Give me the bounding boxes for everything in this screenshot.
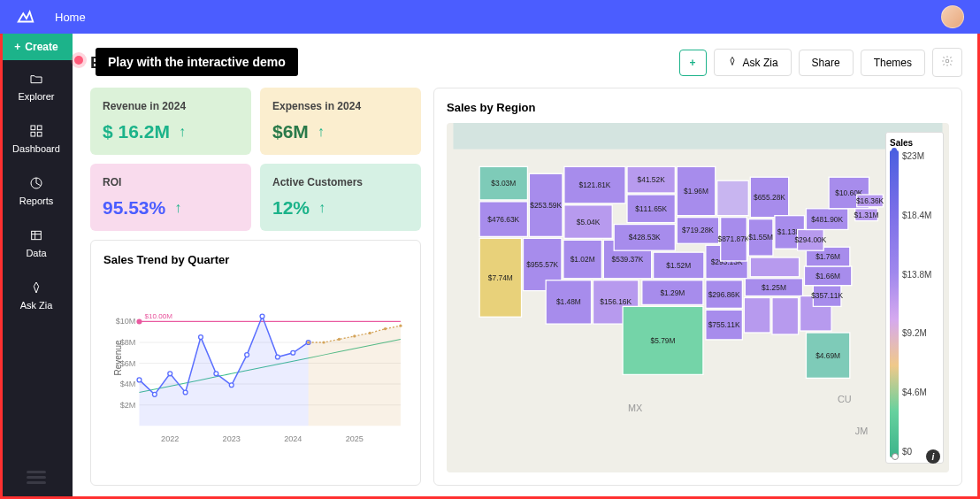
region-map[interactable]: $3.03M$476.63K$7.74M$253.59K$955.57K$121… [447, 123, 949, 472]
kpi-roi[interactable]: ROI 95.53%↑ [90, 164, 251, 231]
svg-point-41 [384, 327, 387, 330]
arrow-up-icon: ↑ [318, 200, 325, 216]
demo-dot [74, 56, 83, 65]
svg-text:$156.16K: $156.16K [600, 297, 632, 306]
gear-icon [941, 55, 953, 70]
app-logo [16, 7, 35, 27]
svg-rect-2 [31, 132, 35, 136]
svg-point-27 [183, 390, 188, 395]
svg-text:$539.37K: $539.37K [612, 255, 644, 264]
svg-text:$253.59K: $253.59K [530, 201, 562, 210]
svg-text:$357.11K: $357.11K [811, 291, 843, 300]
svg-text:$955.57K: $955.57K [526, 260, 558, 269]
demo-tooltip: Play with the interactive demo [96, 48, 298, 76]
svg-text:2023: 2023 [223, 434, 241, 443]
sidebar-item-data[interactable]: Data [0, 217, 73, 269]
svg-text:$719.28K: $719.28K [682, 226, 714, 234]
svg-text:$1.31M: $1.31M [854, 211, 879, 219]
svg-point-34 [291, 350, 295, 355]
svg-text:$296.86K: $296.86K [708, 290, 740, 299]
svg-point-33 [275, 355, 279, 359]
legend-gradient [890, 150, 899, 457]
table-icon [28, 227, 44, 243]
trend-chart[interactable]: $2M$4M$6M$8M$10M2022202320242025$10.00M [103, 275, 408, 472]
svg-text:$755.11K: $755.11K [708, 320, 740, 329]
arrow-up-icon: ↑ [174, 200, 181, 216]
grid-icon [28, 123, 44, 139]
user-avatar[interactable] [941, 5, 964, 28]
svg-text:$10.00M: $10.00M [145, 312, 173, 320]
arrow-up-icon: ↑ [318, 124, 325, 140]
svg-point-39 [353, 334, 356, 337]
svg-point-36 [307, 341, 310, 343]
sidebar-item-dashboard[interactable]: Dashboard [0, 112, 73, 165]
svg-text:$3.03M: $3.03M [491, 179, 516, 188]
svg-text:$16.36K: $16.36K [856, 196, 884, 205]
map-legend: Sales $23M$18.4M$13.8M$9.2M$4.6M$0 [885, 132, 944, 464]
svg-point-40 [369, 332, 371, 334]
content: Executive Dashboard + Ask Zia Share Them… [73, 34, 980, 499]
share-button[interactable]: Share [799, 50, 854, 76]
folder-icon [28, 71, 44, 87]
svg-text:$5.79M: $5.79M [651, 336, 676, 345]
sidebar-item-reports[interactable]: Reports [0, 165, 73, 217]
sidebar-item-askzia[interactable]: Ask Zia [0, 269, 73, 321]
svg-rect-5 [32, 231, 42, 239]
svg-text:$2M: $2M [120, 401, 136, 410]
svg-text:2025: 2025 [346, 434, 364, 443]
svg-text:$481.90K: $481.90K [811, 215, 843, 224]
pie-icon [28, 175, 44, 191]
sidebar-collapse[interactable] [0, 468, 73, 499]
svg-point-22 [136, 319, 142, 324]
svg-text:$294.00K: $294.00K [794, 235, 826, 244]
svg-text:$1.02M: $1.02M [570, 255, 595, 264]
plus-icon: + [14, 41, 20, 53]
svg-rect-98 [750, 257, 799, 277]
svg-point-25 [152, 392, 157, 396]
svg-point-37 [322, 341, 325, 343]
svg-point-31 [245, 353, 249, 357]
svg-rect-3 [37, 132, 42, 136]
info-icon[interactable]: i [926, 449, 940, 464]
svg-rect-1 [37, 126, 42, 130]
svg-text:$121.81K: $121.81K [579, 180, 611, 189]
kpi-expenses[interactable]: Expenses in 2024 $6M↑ [260, 88, 421, 155]
svg-text:$1.29M: $1.29M [660, 288, 685, 297]
topbar: Home [0, 0, 980, 34]
sidebar: + Create Explorer Dashboard Reports Data… [0, 34, 73, 499]
sidebar-item-explorer[interactable]: Explorer [0, 60, 73, 112]
kpi-active[interactable]: Active Customers 12%↑ [260, 164, 421, 231]
svg-rect-89 [717, 180, 749, 216]
svg-text:$871.87K: $871.87K [718, 234, 750, 243]
svg-text:$1.66M: $1.66M [815, 272, 840, 280]
themes-button[interactable]: Themes [861, 50, 925, 76]
create-button[interactable]: + Create [0, 34, 73, 60]
settings-button[interactable] [932, 48, 962, 77]
ask-zia-button[interactable]: Ask Zia [714, 49, 792, 76]
svg-point-6 [946, 59, 949, 63]
svg-text:$476.63K: $476.63K [487, 215, 519, 224]
arrow-up-icon: ↑ [179, 124, 186, 140]
svg-rect-44 [454, 123, 943, 150]
add-button[interactable]: + [679, 50, 707, 76]
svg-text:$111.65K: $111.65K [635, 204, 667, 213]
svg-text:$1.48M: $1.48M [556, 297, 581, 306]
svg-point-28 [199, 335, 203, 340]
svg-text:$1.55M: $1.55M [748, 233, 773, 242]
svg-text:$7.74M: $7.74M [488, 273, 513, 282]
breadcrumb-home[interactable]: Home [55, 11, 86, 24]
svg-text:$10M: $10M [116, 317, 136, 326]
sales-region-panel: Sales by Region $3.03M$476.63K$7.74M$253… [433, 88, 962, 486]
svg-point-26 [168, 372, 172, 376]
svg-text:$1.52M: $1.52M [666, 261, 691, 270]
svg-text:2022: 2022 [161, 434, 179, 443]
svg-text:MX: MX [628, 403, 643, 413]
svg-text:CU: CU [838, 394, 852, 404]
svg-point-32 [260, 314, 264, 319]
svg-text:$41.52K: $41.52K [638, 175, 666, 184]
svg-text:JM: JM [855, 426, 868, 436]
kpi-revenue[interactable]: Revenue in 2024 $ 16.2M↑ [90, 88, 251, 155]
zia-icon [727, 56, 738, 69]
svg-rect-102 [772, 298, 799, 334]
svg-text:$655.28K: $655.28K [754, 193, 785, 202]
